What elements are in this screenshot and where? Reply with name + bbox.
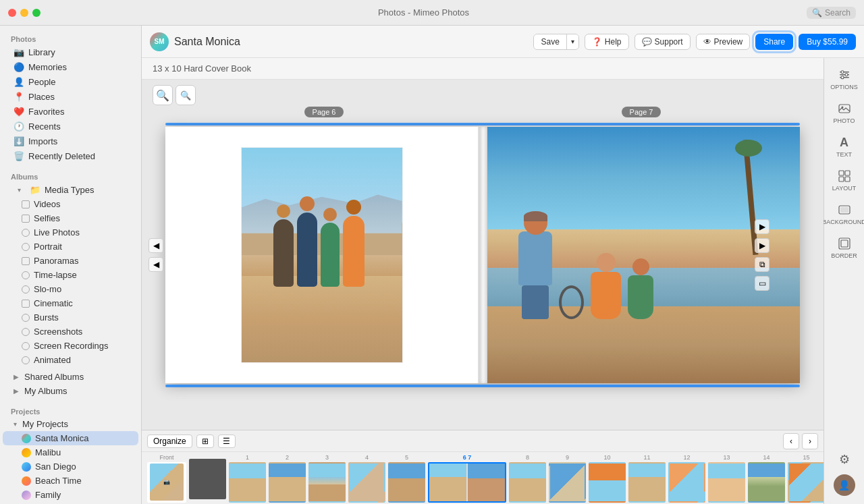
sidebar-item-recently-deleted[interactable]: 🗑️ Recently Deleted [3,148,138,163]
thumb-img[interactable] [628,462,666,503]
help-button[interactable]: ❓ Help [585,34,629,50]
thumb-img[interactable] [549,462,586,503]
book-spread[interactable] [165,127,800,383]
portrait-icon [22,243,30,251]
panel-options[interactable]: OPTIONS [827,63,862,94]
canvas-nav-right-up[interactable]: ▶ [755,219,770,234]
left-page-photo[interactable] [241,147,403,363]
panel-text[interactable]: A TEXT [827,131,862,162]
thumb-page1[interactable]: 1 [229,454,266,503]
canvas-nav-up[interactable]: ◀ [148,238,163,253]
panel-photo[interactable]: PHOTO [827,97,862,128]
thumb-page15[interactable]: 15 [788,454,824,503]
sidebar-item-library[interactable]: 📷 Library [3,45,138,59]
sidebar-item-live-photos[interactable]: Live Photos [3,225,138,240]
canvas-nav-down[interactable]: ◀ [148,257,163,272]
filmstrip-next-button[interactable]: › [802,433,818,449]
view-list-button[interactable]: ☰ [218,435,236,448]
thumb-page2[interactable]: 2 [269,454,306,503]
user-avatar[interactable]: 👤 [834,474,855,496]
panel-layout[interactable]: LAYOUT [827,165,862,196]
panel-background[interactable]: BACKGROUND [827,198,862,229]
sidebar-item-animated[interactable]: Animated [3,353,138,367]
sidebar-item-family[interactable]: Family [3,488,138,502]
canvas-nav-right-extra[interactable]: ▭ [755,276,770,291]
save-button[interactable]: Save [534,34,566,49]
thumb-img[interactable] [668,462,705,503]
settings-button[interactable]: ⚙ [835,450,854,469]
thumb-img[interactable] [708,462,745,503]
search-box[interactable]: 🔍 Search [807,7,856,19]
thumb-img[interactable] [589,462,626,503]
zoom-out-button[interactable]: 🔍 [176,85,196,105]
buy-button[interactable]: Buy $55.99 [799,34,856,50]
sidebar-item-imports[interactable]: ⬇️ Imports [3,134,138,148]
thumb-img[interactable] [388,462,425,503]
view-grid-button[interactable]: ⊞ [196,435,214,448]
minimize-button[interactable] [20,9,28,17]
preview-button[interactable]: 👁 Preview [696,34,751,50]
sidebar-item-slomo[interactable]: Slo-mo [3,282,138,296]
sidebar-item-shared-albums[interactable]: ▶ Shared Albums [3,370,138,384]
thumb-page11[interactable]: 11 [628,454,666,503]
thumb-img[interactable] [308,462,346,503]
filmstrip-nav: ‹ › [783,433,818,449]
sidebar-item-media-types[interactable]: ▾ 📁 Media Types [3,182,138,197]
sidebar-item-recents[interactable]: 🕐 Recents [3,119,138,134]
thumb-spread-img[interactable] [428,462,506,503]
thumb-img[interactable] [348,462,385,503]
thumb-front[interactable]: Front 📷 [147,454,186,503]
thumb-img[interactable] [229,462,266,503]
thumb-page10[interactable]: 10 [589,454,626,503]
support-button[interactable]: 💬 Support [634,34,691,50]
sidebar-item-favorites[interactable]: ❤️ Favorites [3,104,138,119]
panel-border[interactable]: BORDER [827,232,862,263]
sidebar-item-videos[interactable]: Videos [3,197,138,211]
thumb-img[interactable]: 📷 [147,462,186,503]
thumb-img[interactable] [788,462,824,503]
book-page-left[interactable] [165,127,479,383]
sidebar-item-screen-recordings[interactable]: Screen Recordings [3,339,138,353]
sidebar-item-malibu[interactable]: Malibu [3,445,138,459]
thumb-img[interactable] [269,462,306,503]
sidebar-item-san-diego[interactable]: San Diego [3,459,138,474]
sidebar-item-bursts[interactable]: Bursts [3,310,138,325]
organize-button[interactable]: Organize [147,435,192,448]
share-button[interactable]: Share [755,34,793,50]
canvas-nav-right-down[interactable]: ▶ [755,238,770,253]
close-button[interactable] [8,9,16,17]
thumb-page14[interactable]: 14 [748,454,785,503]
thumb-img[interactable] [509,462,546,503]
save-dropdown-button[interactable]: ▾ [566,34,578,49]
thumb-page13[interactable]: 13 [708,454,745,503]
sidebar-item-santa-monica[interactable]: Santa Monica [3,431,138,445]
sidebar-item-my-albums[interactable]: ▶ My Albums [3,384,138,398]
book-subtitle: 13 x 10 Hard Cover Book [142,58,824,80]
thumb-page3[interactable]: 3 [308,454,346,503]
sidebar-item-cinematic[interactable]: Cinematic [3,296,138,310]
thumb-page8[interactable]: 8 [509,454,546,503]
sidebar-item-people[interactable]: 👤 People [3,74,138,89]
sidebar-item-beach-time[interactable]: Beach Time [3,474,138,488]
zoom-in-button[interactable]: 🔍 [153,85,173,105]
sidebar-item-selfies[interactable]: Selfies [3,211,138,225]
thumb-page45[interactable]: 4 [348,454,385,503]
thumb-img[interactable] [748,462,785,503]
sidebar-item-my-projects[interactable]: ▾ My Projects [3,417,138,431]
thumb-page5[interactable]: 5 [388,454,425,503]
thumb-page9[interactable]: 9 [549,454,586,503]
sidebar-item-screenshots[interactable]: Screenshots [3,325,138,339]
thumb-spread-6-7[interactable]: 6 7 [428,454,506,503]
maximize-button[interactable] [32,9,40,17]
sidebar-item-memories[interactable]: 🔵 Memories [3,59,138,74]
canvas-copy-button[interactable]: ⧉ [755,257,770,272]
thumb-page12[interactable]: 12 [668,454,705,503]
sidebar-item-places[interactable]: 📍 Places [3,89,138,104]
sidebar-item-portrait[interactable]: Portrait [3,240,138,254]
sidebar-item-timelapse[interactable]: Time-lapse [3,268,138,282]
thumb-img[interactable] [189,459,226,499]
filmstrip-prev-button[interactable]: ‹ [783,433,799,449]
book-page-right[interactable] [487,127,800,383]
thumb-blank[interactable] [189,457,226,499]
sidebar-item-panoramas[interactable]: Panoramas [3,254,138,268]
